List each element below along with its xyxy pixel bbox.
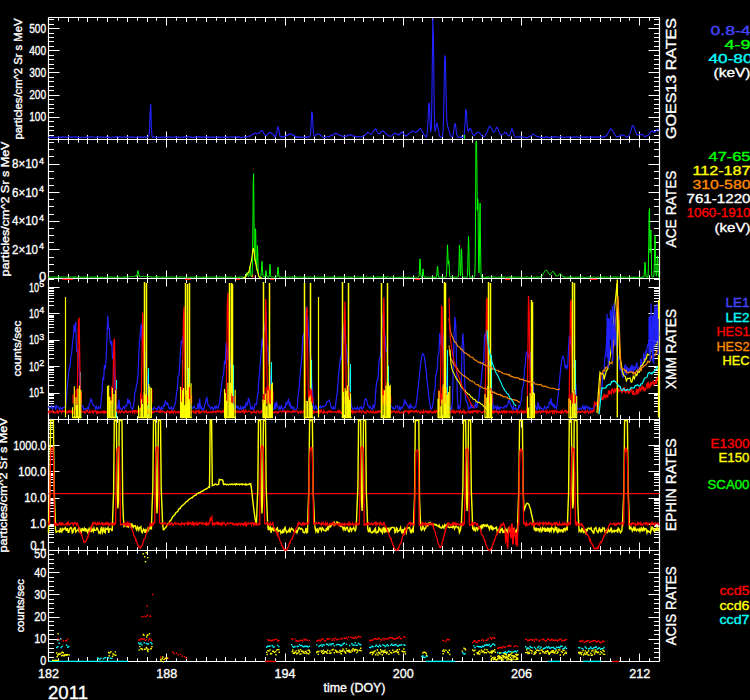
svg-text:particles/cm^2 Sr s MeV: particles/cm^2 Sr s MeV (12, 19, 24, 140)
svg-text:30: 30 (34, 587, 46, 602)
svg-text:LE1: LE1 (726, 295, 750, 310)
svg-text:E1300: E1300 (711, 436, 750, 451)
svg-text:particles/cm^2 Sr s MeV: particles/cm^2 Sr s MeV (0, 142, 11, 277)
svg-text:3: 3 (39, 331, 44, 342)
svg-text:40-80: 40-80 (709, 51, 750, 66)
svg-text:2011: 2011 (48, 682, 88, 700)
svg-text:EPHIN RATES: EPHIN RATES (663, 438, 679, 531)
svg-text:HES1: HES1 (717, 324, 750, 339)
svg-text:188: 188 (156, 666, 177, 681)
svg-text:310-580: 310-580 (693, 177, 750, 192)
svg-text:40: 40 (34, 565, 46, 580)
svg-text:counts/sec: counts/sec (15, 579, 27, 632)
svg-text:500: 500 (29, 21, 46, 36)
svg-text:4: 4 (39, 212, 44, 223)
svg-text:100: 100 (29, 109, 46, 124)
svg-text:10.0: 10.0 (24, 490, 46, 505)
svg-text:2×10: 2×10 (12, 242, 38, 257)
svg-text:time (DOY): time (DOY) (324, 681, 386, 695)
svg-text:212: 212 (629, 666, 650, 681)
svg-text:SCA00: SCA00 (708, 477, 750, 492)
svg-text:10: 10 (34, 631, 46, 646)
svg-text:761-1220: 761-1220 (687, 191, 750, 206)
svg-text:10: 10 (29, 385, 39, 400)
svg-text:1000.0: 1000.0 (13, 438, 46, 453)
svg-text:particles/cm^2 Sr s MeV: particles/cm^2 Sr s MeV (0, 418, 9, 553)
svg-text:200: 200 (393, 666, 414, 681)
svg-text:(keV): (keV) (715, 220, 750, 235)
svg-text:LE2: LE2 (726, 310, 750, 325)
svg-text:ccd6: ccd6 (720, 599, 750, 613)
svg-text:10: 10 (29, 306, 39, 321)
svg-text:100.0: 100.0 (18, 464, 46, 479)
svg-text:1: 1 (39, 384, 44, 395)
svg-text:4-9: 4-9 (725, 37, 750, 52)
svg-text:(keV): (keV) (714, 65, 750, 80)
svg-text:10: 10 (29, 280, 39, 295)
svg-text:5: 5 (39, 278, 44, 289)
svg-text:400: 400 (29, 43, 46, 58)
svg-text:ccd7: ccd7 (720, 613, 750, 627)
svg-text:194: 194 (275, 666, 296, 681)
svg-text:47-65: 47-65 (709, 149, 750, 164)
svg-text:1.0: 1.0 (30, 516, 46, 531)
svg-text:10: 10 (29, 359, 39, 374)
svg-text:counts/sec: counts/sec (11, 321, 23, 377)
svg-text:6×10: 6×10 (12, 185, 38, 200)
svg-text:182: 182 (38, 666, 59, 681)
svg-text:300: 300 (29, 65, 46, 80)
svg-text:HEC: HEC (723, 353, 750, 368)
svg-text:8×10: 8×10 (12, 156, 38, 171)
svg-text:0.8-4: 0.8-4 (711, 23, 750, 38)
svg-text:4: 4 (39, 155, 44, 166)
svg-text:GOES13 RATES: GOES13 RATES (663, 18, 679, 139)
svg-text:112-187: 112-187 (693, 163, 750, 178)
svg-text:10: 10 (29, 332, 39, 347)
svg-text:206: 206 (511, 666, 532, 681)
svg-text:4×10: 4×10 (12, 213, 38, 228)
svg-text:200: 200 (29, 87, 46, 102)
svg-text:1060-1910: 1060-1910 (687, 205, 750, 220)
svg-text:ccd5: ccd5 (720, 584, 750, 598)
svg-text:ACE RATES: ACE RATES (663, 171, 679, 248)
svg-text:2: 2 (39, 357, 44, 368)
svg-text:4: 4 (39, 183, 44, 194)
svg-text:XMM RATES: XMM RATES (663, 309, 679, 389)
svg-text:ACIS RATES: ACIS RATES (663, 566, 679, 645)
svg-text:4: 4 (39, 304, 44, 315)
svg-text:E150: E150 (719, 450, 750, 465)
svg-text:HES2: HES2 (717, 339, 750, 354)
svg-text:4: 4 (39, 240, 44, 251)
svg-text:20: 20 (34, 609, 46, 624)
svg-text:50: 50 (34, 546, 46, 561)
